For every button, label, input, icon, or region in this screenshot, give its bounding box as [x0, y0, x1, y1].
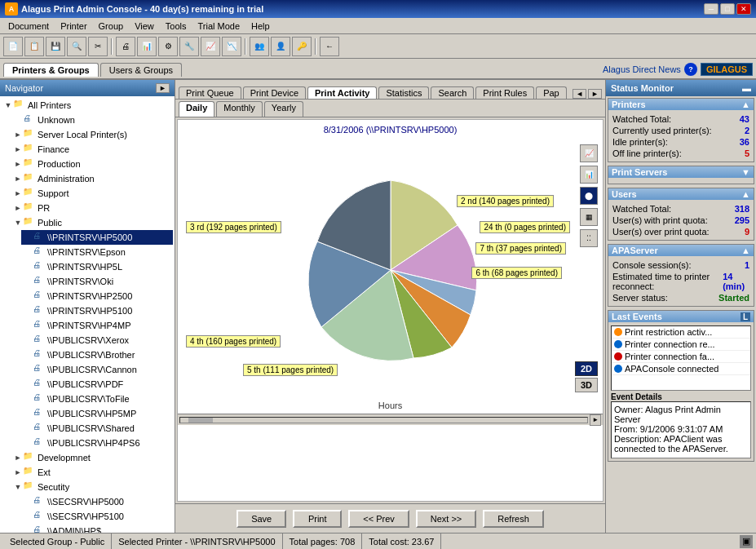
tree-ext[interactable]: ► 📁Ext [11, 465, 173, 480]
subtab-daily[interactable]: Daily [179, 101, 214, 117]
toolbar-btn-13[interactable]: 👤 [271, 37, 290, 56]
tree-publicsrv-tofile[interactable]: 🖨\\PUBLICSRV\ToFile [21, 392, 173, 406]
tab-prev-btn[interactable]: ◄ [573, 89, 586, 99]
tab-print-device[interactable]: Print Device [243, 86, 306, 99]
subtab-monthly[interactable]: Monthly [216, 101, 263, 117]
prev-button[interactable]: << Prev [348, 510, 409, 528]
toolbar-btn-back[interactable]: ← [320, 37, 339, 56]
tree-server-local[interactable]: ► 📁Server Local Printer(s) [11, 127, 173, 142]
next-button[interactable]: Next >> [416, 510, 477, 528]
toolbar-btn-10[interactable]: 📈 [201, 37, 220, 56]
tab-print-rules[interactable]: Print Rules [475, 86, 534, 99]
tree-printsrv-hp5000[interactable]: 🖨\\PRINTSRV\HP5000 [21, 230, 173, 245]
menu-view[interactable]: View [130, 20, 159, 32]
tab-pap[interactable]: Pap [536, 86, 567, 99]
tree-printsrv-hp2500[interactable]: 🖨\\PRINTSRV\HP2500 [21, 289, 173, 303]
printers-collapse-btn[interactable]: ▲ [741, 100, 750, 109]
tree-secutity[interactable]: ▼ 📁Secutity [11, 480, 173, 494]
tree-printsrv-epson[interactable]: 🖨\\PRINTSRV\Epson [21, 245, 173, 259]
tree-publicsrv-pdf[interactable]: 🖨\\PUBLICSRV\PDF [21, 377, 173, 392]
toolbar-btn-2[interactable]: 📋 [24, 37, 44, 56]
toolbar-btn-5[interactable]: ✂ [88, 37, 108, 56]
tree-support[interactable]: ► 📁Support [11, 186, 173, 201]
print-button[interactable]: Print [293, 510, 342, 528]
toolbar-btn-3[interactable]: 💾 [46, 37, 65, 56]
tree-publicsrv-xerox[interactable]: 🖨\\PUBLICSRV\Xerox [21, 333, 173, 348]
event-details-label: Event Details [611, 392, 751, 401]
tree-printsrv-hp5l[interactable]: 🖨\\PRINTSRV\HP5L [21, 259, 173, 274]
toolbar-btn-7[interactable]: 📊 [137, 37, 157, 56]
toolbar-btn-1[interactable]: 📄 [3, 37, 23, 56]
tab-print-queue[interactable]: Print Queue [179, 86, 241, 99]
tree-production[interactable]: ► 📁Production [11, 157, 173, 171]
tree-all-printers[interactable]: ▼ 📁All Printers [2, 98, 173, 113]
tab-statistics[interactable]: Statistics [378, 86, 429, 99]
toolbar-btn-14[interactable]: 🔑 [292, 37, 312, 56]
tree-printsrv-hp4mp[interactable]: 🖨\\PRINTSRV\HP4MP [21, 318, 173, 333]
event-item-3[interactable]: Printer connection fa... [612, 351, 750, 363]
tab-users-groups[interactable]: Users & Groups [100, 63, 182, 77]
event-item-4[interactable]: APAConsole connected [612, 363, 750, 375]
toolbar-btn-11[interactable]: 📉 [222, 37, 241, 56]
last-events-btn[interactable]: L [741, 312, 750, 321]
tree-publicsrv-cannon[interactable]: 🖨\\PUBLICSRV\Cannon [21, 362, 173, 377]
status-monitor-icon[interactable]: ▬ [742, 83, 751, 93]
tree-administration[interactable]: ► 📁Administration [11, 171, 173, 186]
tab-next-btn[interactable]: ► [588, 89, 602, 99]
status-monitor-panel: Status Monitor ▬ Printers ▲ Watched Tota… [605, 80, 756, 533]
maximize-button[interactable]: □ [720, 3, 735, 15]
menu-printer[interactable]: Printer [55, 20, 91, 32]
refresh-button[interactable]: Refresh [483, 510, 544, 528]
tree-developmnet[interactable]: ► 📁Developmnet [11, 450, 173, 465]
tree-pr[interactable]: ► 📁PR [11, 201, 173, 215]
menu-document[interactable]: Document [3, 20, 54, 32]
tab-print-activity[interactable]: Print Activity [307, 86, 377, 99]
users-collapse-btn[interactable]: ▲ [741, 189, 750, 199]
tree-publicsrv-hp4ps6[interactable]: 🖨\\PUBLICSRV\HP4PS6 [21, 436, 173, 450]
toolbar-btn-6[interactable]: 🖨 [116, 37, 135, 56]
view-2d-button[interactable]: 2D [575, 361, 598, 376]
menu-group[interactable]: Group [94, 20, 129, 32]
tab-search[interactable]: Search [431, 86, 474, 99]
event-item-2[interactable]: Printer connection re... [612, 339, 750, 351]
watched-total-value: 43 [740, 114, 749, 124]
event-dot-1 [614, 328, 622, 336]
subtab-yearly[interactable]: Yearly [264, 101, 303, 117]
tree-admin-hp[interactable]: 🖨\\ADMIN\HP$ [21, 524, 173, 533]
print-servers-collapse-btn[interactable]: ▼ [741, 167, 750, 177]
view-3d-button[interactable]: 3D [575, 378, 598, 392]
event-item-1[interactable]: Print restriction activ... [612, 326, 750, 339]
menu-trial-mode[interactable]: Trial Mode [192, 20, 245, 32]
navigator-tree: ▼ 📁All Printers 🖨Unknown ► 📁Server Local… [0, 96, 175, 533]
tree-publicsrv-hp5mp[interactable]: 🖨\\PUBLICSRV\HP5MP [21, 406, 173, 421]
toolbar-btn-12[interactable]: 👥 [250, 37, 269, 56]
tree-publicsrv-shared[interactable]: 🖨\\PUBLICSRV\Shared [21, 421, 173, 436]
menu-tools[interactable]: Tools [161, 20, 192, 32]
event-dot-4 [614, 365, 622, 373]
tree-printsrv-oki[interactable]: 🖨\\PRINTSRV\Oki [21, 274, 173, 289]
navigator-toggle-btn[interactable]: ► [156, 83, 170, 93]
hscroll-right-btn[interactable]: ► [590, 414, 601, 426]
tree-printsrv-hp5100[interactable]: 🖨\\PRINTSRV\HP5100 [21, 303, 173, 318]
users-watched-value: 318 [735, 204, 749, 214]
tree-unknown[interactable]: 🖨Unknown [11, 113, 173, 127]
chart-hscroll[interactable]: ► [178, 414, 603, 425]
toolbar-btn-9[interactable]: 🔧 [179, 37, 199, 56]
close-button[interactable]: ✕ [736, 3, 751, 15]
tree-finance[interactable]: ► 📁Finance [11, 142, 173, 157]
tab-printers-groups[interactable]: Printers & Groups [3, 63, 99, 77]
tree-public[interactable]: ▼ 📁Public [11, 215, 173, 230]
save-button[interactable]: Save [237, 510, 286, 528]
tree-secsrv-hp5100[interactable]: 🖨\\SECSRV\HP5100 [21, 509, 173, 524]
server-status-value: Started [718, 293, 749, 303]
minimize-button[interactable]: ─ [704, 3, 718, 15]
toolbar-btn-4[interactable]: 🔍 [67, 37, 86, 56]
label-7th: 7 th (37 pages printed) [475, 242, 566, 255]
apa-server-collapse-btn[interactable]: ▲ [741, 246, 750, 255]
toolbar-btn-8[interactable]: ⚙ [158, 37, 178, 56]
help-icon[interactable]: ? [684, 63, 697, 76]
tree-secsrv-hp5000[interactable]: 🖨\\SECSRV\HP5000 [21, 494, 173, 509]
menu-help[interactable]: Help [246, 20, 275, 32]
tree-publicsrv-brother[interactable]: 🖨\\PUBLICSRV\Brother [21, 348, 173, 362]
events-list[interactable]: Print restriction activ... Printer conne… [611, 325, 751, 391]
